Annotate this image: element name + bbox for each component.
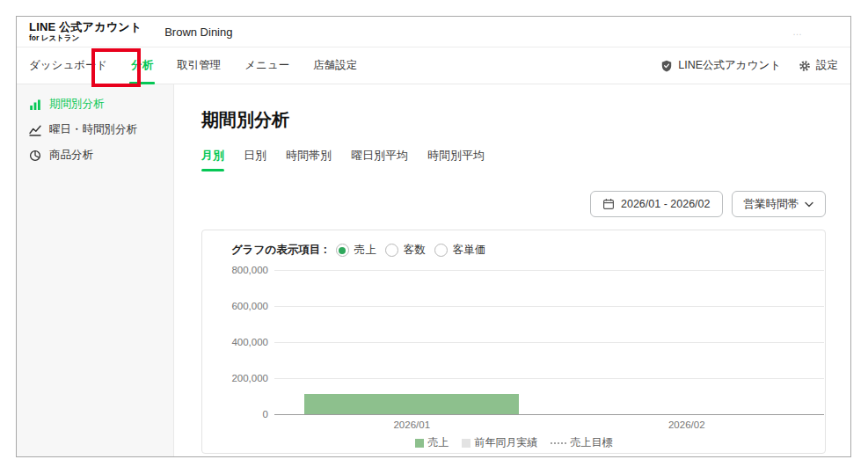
sidebar-item-0[interactable]: 期間別分析	[17, 91, 173, 117]
x-tick-label: 2026/01	[393, 419, 430, 430]
date-range-button[interactable]: 2026/01 - 2026/02	[590, 191, 722, 217]
y-tick-label: 400,000	[202, 337, 268, 347]
y-tick-label: 600,000	[202, 301, 268, 311]
sidebar-item-label: 期間別分析	[49, 97, 105, 112]
nav-item-label: ダッシュボード	[29, 59, 107, 71]
chart-legend: 売上前年同月実績売上目標	[202, 435, 825, 450]
sales-bar-chart: 0200,000400,000600,000800,0002026/012026…	[202, 230, 825, 453]
chevron-down-icon	[805, 201, 813, 208]
tab-0[interactable]: 月別	[201, 148, 224, 171]
tab-label: 曜日別平均	[351, 149, 408, 162]
active-nav-underline	[129, 82, 155, 84]
page-title: 期間別分析	[201, 108, 289, 132]
toolbar: 2026/01 - 2026/02 営業時間帯	[590, 191, 826, 217]
active-tab-underline	[201, 169, 224, 171]
pie-chart-icon	[29, 149, 41, 162]
legend-label: 売上目標	[571, 435, 613, 450]
y-tick-label: 0	[202, 409, 268, 419]
tab-label: 時間別平均	[427, 149, 485, 162]
y-tick-label: 200,000	[202, 373, 268, 383]
tab-2[interactable]: 時間帯別	[286, 148, 332, 171]
nav-item-4[interactable]: 店舗設定	[313, 47, 357, 84]
nav-right-item-label: 設定	[816, 58, 838, 73]
gridline	[274, 306, 824, 307]
app-window: LINE 公式アカウント for レストラン Brown Dining … ダッ…	[16, 16, 851, 457]
tab-4[interactable]: 時間別平均	[427, 148, 485, 171]
y-tick-label: 800,000	[202, 265, 268, 275]
gridline	[274, 342, 824, 343]
line-chart-icon	[29, 124, 41, 136]
sidebar-item-label: 曜日・時間別分析	[49, 122, 137, 137]
tab-label: 月別	[201, 149, 224, 162]
app-logo[interactable]: LINE 公式アカウント for レストラン	[29, 21, 142, 42]
nav-item-label: 店舗設定	[313, 59, 357, 71]
x-axis-line	[274, 414, 824, 415]
gear-icon	[799, 60, 811, 72]
legend-square-swatch	[415, 439, 424, 448]
legend-item-売上目標: 売上目標	[551, 435, 613, 450]
gridline	[274, 378, 824, 379]
bar-chart-icon	[29, 98, 41, 111]
sidebar-item-label: 商品分析	[49, 148, 93, 163]
sidebar-item-2[interactable]: 商品分析	[17, 142, 173, 168]
legend-label: 前年同月実績	[475, 435, 538, 450]
tab-1[interactable]: 日別	[244, 148, 266, 171]
logo-title: LINE 公式アカウント	[29, 21, 142, 33]
account-name: Brown Dining	[164, 26, 232, 39]
nav-right-item-1[interactable]: 設定	[799, 58, 838, 73]
nav-right-items: LINE公式アカウント設定	[660, 58, 838, 73]
bar-売上-2026/01[interactable]	[304, 394, 519, 414]
business-hours-dropdown[interactable]: 営業時間帯	[732, 191, 827, 217]
global-nav: ダッシュボード分析取引管理メニュー店舗設定 LINE公式アカウント設定	[17, 47, 850, 84]
logo-subtitle: for レストラン	[29, 34, 142, 42]
main-content: 期間別分析 月別日別時間帯別曜日別平均時間別平均 2026/01 - 2026/…	[174, 84, 850, 456]
nav-right-item-label: LINE公式アカウント	[678, 58, 781, 73]
nav-item-3[interactable]: メニュー	[244, 47, 289, 84]
tab-label: 日別	[244, 149, 266, 162]
legend-item-前年同月実績: 前年同月実績	[462, 435, 538, 450]
sidebar: 期間別分析曜日・時間別分析商品分析	[17, 84, 174, 456]
nav-item-label: 分析	[131, 59, 153, 71]
gridline	[274, 270, 824, 271]
nav-item-1[interactable]: 分析	[131, 47, 153, 84]
calendar-icon	[602, 198, 615, 210]
legend-dotted-line-swatch	[551, 442, 566, 444]
header-ellipsis-icon: …	[792, 26, 803, 37]
legend-label: 売上	[428, 435, 449, 450]
nav-items: ダッシュボード分析取引管理メニュー店舗設定	[29, 47, 357, 84]
analysis-tabs: 月別日別時間帯別曜日別平均時間別平均	[201, 148, 485, 171]
legend-square-swatch	[462, 439, 470, 448]
shield-icon	[660, 60, 673, 72]
chart-panel: グラフの表示項目 : 売上客数客単価 0200,000400,000600,00…	[201, 230, 826, 454]
nav-right-item-0[interactable]: LINE公式アカウント	[660, 58, 781, 73]
x-tick-label: 2026/02	[668, 419, 705, 430]
nav-item-2[interactable]: 取引管理	[177, 47, 221, 84]
tab-label: 時間帯別	[286, 149, 332, 162]
sidebar-item-1[interactable]: 曜日・時間別分析	[17, 117, 173, 142]
nav-item-label: メニュー	[244, 59, 289, 71]
nav-item-0[interactable]: ダッシュボード	[29, 47, 107, 84]
business-hours-label: 営業時間帯	[744, 197, 799, 212]
legend-item-売上: 売上	[415, 435, 449, 450]
tab-3[interactable]: 曜日別平均	[351, 148, 408, 171]
header-bar: LINE 公式アカウント for レストラン Brown Dining …	[17, 17, 850, 47]
date-range-label: 2026/01 - 2026/02	[621, 198, 710, 210]
nav-item-label: 取引管理	[177, 59, 221, 71]
